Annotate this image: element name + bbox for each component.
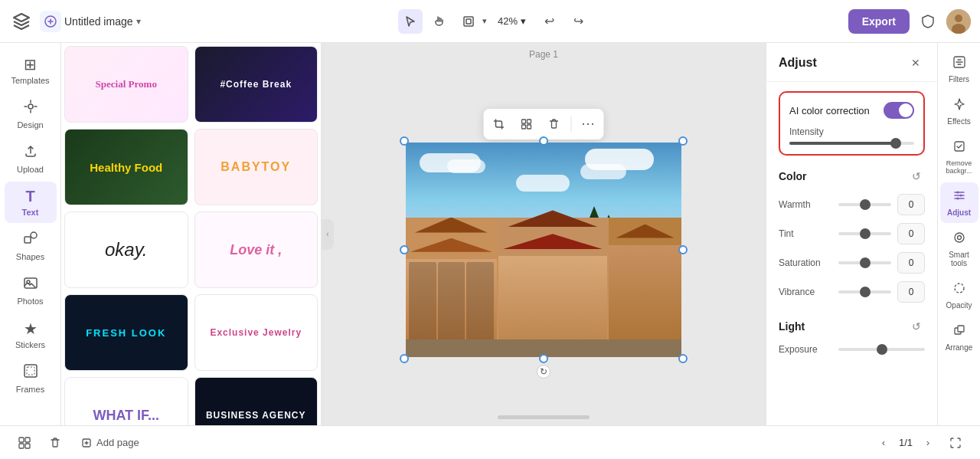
thumbnail-view-button[interactable] xyxy=(12,431,37,455)
canvas-area[interactable]: Page 1 ‹ ··· xyxy=(322,43,766,425)
user-avatar[interactable] xyxy=(946,9,971,34)
sidebar-item-design[interactable]: Design xyxy=(5,93,57,136)
hand-tool-button[interactable] xyxy=(427,9,452,34)
sidebar-item-stickers[interactable]: ★ Stickers xyxy=(5,313,57,356)
template-card-what-if[interactable]: WHAT IF... xyxy=(64,377,188,425)
template-card-special-promo[interactable]: Special Promo xyxy=(64,46,188,123)
trash-button[interactable] xyxy=(542,112,567,136)
document-title-area[interactable]: Untitled image ▾ xyxy=(40,11,141,32)
template-card-babytoy[interactable]: BABYTOY xyxy=(194,129,318,205)
right-icon-filters[interactable]: Filters xyxy=(940,49,978,90)
frame-tool-button[interactable] xyxy=(456,9,481,34)
warmth-value[interactable]: 0 xyxy=(897,194,925,215)
template-card-exclusive-jewelry[interactable]: Exclusive Jewelry xyxy=(194,294,318,371)
svg-rect-28 xyxy=(25,438,30,442)
vibrance-slider[interactable] xyxy=(838,290,891,293)
template-card-love-it[interactable]: Love it , xyxy=(194,211,318,288)
light-reset-button[interactable]: ↺ xyxy=(908,318,925,335)
more-options-button[interactable]: ··· xyxy=(577,112,601,136)
saturation-value[interactable]: 0 xyxy=(897,252,925,274)
rotate-handle[interactable]: ↻ xyxy=(537,365,550,379)
templates-panel: Special Promo #Coffee Break Healthy Food… xyxy=(61,43,322,425)
svg-rect-27 xyxy=(19,438,24,442)
effects-label: Effects xyxy=(947,117,970,126)
frame-caret[interactable]: ▾ xyxy=(482,16,487,26)
adjust-label: Adjust xyxy=(947,208,971,217)
smart-tools-label: Smart tools xyxy=(943,251,975,267)
template-card-healthy-food[interactable]: Healthy Food xyxy=(64,129,188,205)
adjust-body: AI color correction Intensity Color xyxy=(766,82,937,425)
canvas-element[interactable]: ↻ xyxy=(406,143,681,357)
canvas-wrapper: ··· xyxy=(406,143,681,357)
warmth-thumb[interactable] xyxy=(860,199,871,210)
sidebar-item-text[interactable]: T Text xyxy=(5,182,57,223)
undo-button[interactable]: ↩ xyxy=(537,9,561,34)
fit-page-button[interactable] xyxy=(943,431,968,455)
vibrance-value[interactable]: 0 xyxy=(897,281,925,303)
next-page-button[interactable]: › xyxy=(917,432,939,454)
template-text: FRESH LOOK xyxy=(86,327,166,339)
template-card-business-agency[interactable]: BUSINESS AGENCY xyxy=(194,377,318,425)
svg-rect-7 xyxy=(24,237,31,243)
vibrance-thumb[interactable] xyxy=(860,287,871,297)
svg-rect-12 xyxy=(27,367,34,375)
select-tool-button[interactable] xyxy=(398,9,423,34)
text-icon: T xyxy=(25,188,34,205)
tint-slider[interactable] xyxy=(838,232,891,235)
tint-value[interactable]: 0 xyxy=(897,223,925,244)
template-text: WHAT IF... xyxy=(93,408,159,424)
svg-rect-11 xyxy=(24,365,37,377)
template-text: Love it , xyxy=(230,242,282,258)
prev-page-button[interactable]: ‹ xyxy=(873,432,894,454)
color-reset-button[interactable]: ↺ xyxy=(908,168,925,185)
shield-icon[interactable] xyxy=(916,9,940,34)
template-card-okay[interactable]: okay. xyxy=(64,211,188,288)
doc-icon xyxy=(40,11,61,32)
tint-thumb[interactable] xyxy=(860,228,871,239)
saturation-slider[interactable] xyxy=(838,261,891,264)
crop-button[interactable] xyxy=(487,112,511,136)
app-logo[interactable] xyxy=(9,9,34,34)
current-page: 1 xyxy=(899,437,904,448)
exposure-thumb[interactable] xyxy=(877,344,887,355)
right-icon-smart-tools[interactable]: Smart tools xyxy=(940,225,978,274)
title-caret[interactable]: ▾ xyxy=(136,16,141,27)
adjust-close-button[interactable]: ✕ xyxy=(906,54,925,72)
building-right xyxy=(609,218,681,357)
opacity-label: Opacity xyxy=(946,301,972,310)
exposure-slider[interactable] xyxy=(838,348,925,351)
warmth-label: Warmth xyxy=(779,199,832,210)
grid-button[interactable] xyxy=(514,112,539,136)
right-icon-arrange[interactable]: Arrange xyxy=(940,317,978,358)
sidebar-item-upload[interactable]: Upload xyxy=(5,137,57,180)
scroll-indicator[interactable] xyxy=(498,415,590,419)
delete-page-button[interactable] xyxy=(43,431,67,455)
undo-icon: ↩ xyxy=(544,14,554,28)
intensity-slider-thumb[interactable] xyxy=(890,138,901,149)
redo-button[interactable]: ↪ xyxy=(566,9,590,34)
upload-icon xyxy=(23,143,38,162)
bottom-right: ‹ 1/1 › xyxy=(873,431,968,455)
right-icon-remove-bg[interactable]: Remove backgr... xyxy=(940,133,978,181)
ai-correction-toggle[interactable] xyxy=(884,102,914,119)
sidebar-item-photos[interactable]: Photos xyxy=(5,269,57,312)
template-card-coffee-break[interactable]: #Coffee Break xyxy=(194,46,318,123)
add-page-button[interactable]: Add page xyxy=(74,432,147,453)
right-icon-opacity[interactable]: Opacity xyxy=(940,275,978,316)
intensity-slider-track[interactable] xyxy=(789,142,914,145)
zoom-button[interactable]: 42% ▾ xyxy=(492,12,532,30)
sidebar-item-templates[interactable]: ⊞ Templates xyxy=(5,49,57,91)
ai-color-correction-section: AI color correction Intensity xyxy=(779,91,925,156)
redo-icon: ↪ xyxy=(573,14,583,28)
sidebar-item-shapes[interactable]: Shapes xyxy=(5,225,57,267)
right-icon-adjust[interactable]: Adjust xyxy=(940,182,978,223)
warmth-slider[interactable] xyxy=(838,203,891,206)
export-button[interactable]: Export xyxy=(848,9,910,34)
panel-collapse-handle[interactable]: ‹ xyxy=(322,219,334,250)
saturation-thumb[interactable] xyxy=(860,257,871,268)
add-page-label: Add page xyxy=(96,437,139,448)
template-card-fresh-look[interactable]: FRESH LOOK xyxy=(64,294,188,371)
topbar: Untitled image ▾ ▾ 42% ▾ ↩ ↪ Export xyxy=(0,0,980,43)
sidebar-item-frames[interactable]: Frames xyxy=(5,357,57,400)
right-icon-effects[interactable]: Effects xyxy=(940,91,978,132)
